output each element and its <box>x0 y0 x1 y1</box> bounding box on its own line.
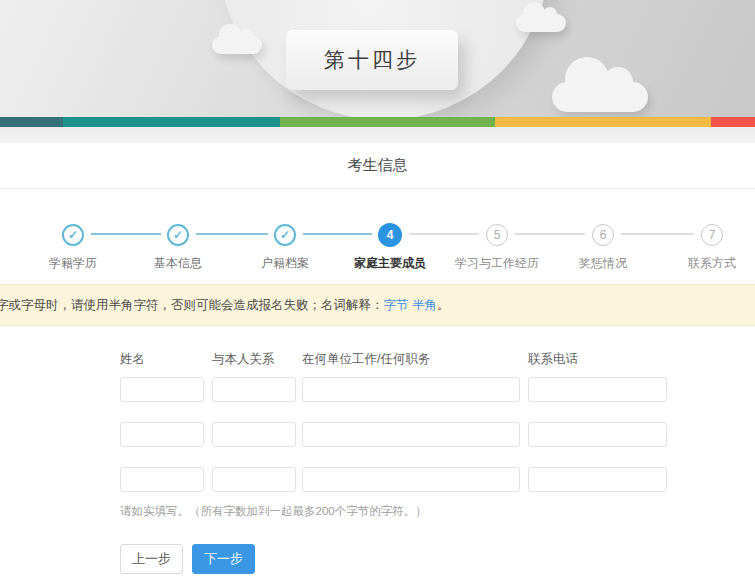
cloud-icon <box>516 14 566 32</box>
stripe-segment <box>0 117 63 127</box>
relation-input-row2[interactable] <box>212 422 296 447</box>
fill-note: 请如实填写。（所有字数加到一起最多200个字节的字符。） <box>120 504 427 519</box>
relation-input-row1[interactable] <box>212 377 296 402</box>
step-number: 5 <box>494 228 501 242</box>
step-connector <box>621 233 694 235</box>
relation-input-row3[interactable] <box>212 467 296 492</box>
workplace-input-row1[interactable] <box>302 377 520 402</box>
notice-period: 。 <box>437 298 450 312</box>
title-section: 考生信息 <box>0 143 755 189</box>
halfwidth-link[interactable]: 半角 <box>412 298 437 312</box>
step-progress-bar: ✓ ✓ ✓ 4 5 6 7 学籍学历 基本信息 户籍档案 家庭主要成员 学习与工… <box>0 189 755 284</box>
prev-step-label: 上一步 <box>132 550 171 568</box>
check-icon: ✓ <box>68 228 78 242</box>
next-step-button[interactable]: 下一步 <box>192 544 255 574</box>
page: 第十四步 考生信息 ✓ ✓ ✓ 4 5 6 7 学籍学历 基本信息 户籍档案 家… <box>0 0 755 586</box>
stripe-segment <box>63 117 280 127</box>
color-stripe <box>0 117 755 127</box>
stripe-segment <box>711 117 755 127</box>
column-header-phone: 联系电话 <box>528 351 578 368</box>
step-circle-7[interactable]: 7 <box>701 224 723 246</box>
byte-link[interactable]: 字节 <box>384 298 409 312</box>
stripe-segment <box>280 117 495 127</box>
workplace-input-row3[interactable] <box>302 467 520 492</box>
banner: 第十四步 <box>0 0 755 117</box>
check-icon: ✓ <box>173 228 183 242</box>
phone-input-row2[interactable] <box>528 422 667 447</box>
step-number-box: 第十四步 <box>286 30 458 90</box>
prev-step-button[interactable]: 上一步 <box>120 544 183 574</box>
step-circle-4-active[interactable]: 4 <box>378 223 402 247</box>
step-number: 6 <box>600 228 607 242</box>
name-input-row2[interactable] <box>120 422 204 447</box>
cloud-icon <box>212 36 262 54</box>
step-circle-1[interactable]: ✓ <box>62 224 84 246</box>
page-title: 考生信息 <box>348 156 408 175</box>
step-circle-5[interactable]: 5 <box>486 224 508 246</box>
cloud-icon <box>552 82 648 112</box>
step-number: 7 <box>709 228 716 242</box>
check-icon: ✓ <box>280 228 290 242</box>
name-input-row1[interactable] <box>120 377 204 402</box>
step-connector <box>196 233 268 235</box>
step-circle-3[interactable]: ✓ <box>274 224 296 246</box>
next-step-label: 下一步 <box>204 550 243 568</box>
step-connector <box>91 233 161 235</box>
name-input-row3[interactable] <box>120 467 204 492</box>
column-header-relation: 与本人关系 <box>212 351 275 368</box>
step-circle-2[interactable]: ✓ <box>167 224 189 246</box>
step-connector <box>409 233 479 235</box>
step-label-7: 联系方式 <box>642 255 755 272</box>
step-circle-6[interactable]: 6 <box>592 224 614 246</box>
step-number-label: 第十四步 <box>324 46 420 74</box>
step-connector <box>303 233 372 235</box>
step-number: 4 <box>387 228 394 242</box>
phone-input-row1[interactable] <box>528 377 667 402</box>
banner-bottom-band <box>0 127 755 143</box>
step-connector <box>515 233 585 235</box>
notice-text: 字或字母时，请使用半角字符，否则可能会造成报名失败；名词解释： <box>0 298 384 312</box>
phone-input-row3[interactable] <box>528 467 667 492</box>
column-header-workplace: 在何单位工作/任何职务 <box>302 351 430 368</box>
workplace-input-row2[interactable] <box>302 422 520 447</box>
column-header-name: 姓名 <box>120 351 145 368</box>
stripe-segment <box>495 117 711 127</box>
notice-bar: 字或字母时，请使用半角字符，否则可能会造成报名失败；名词解释：字节 半角。 <box>0 284 755 326</box>
